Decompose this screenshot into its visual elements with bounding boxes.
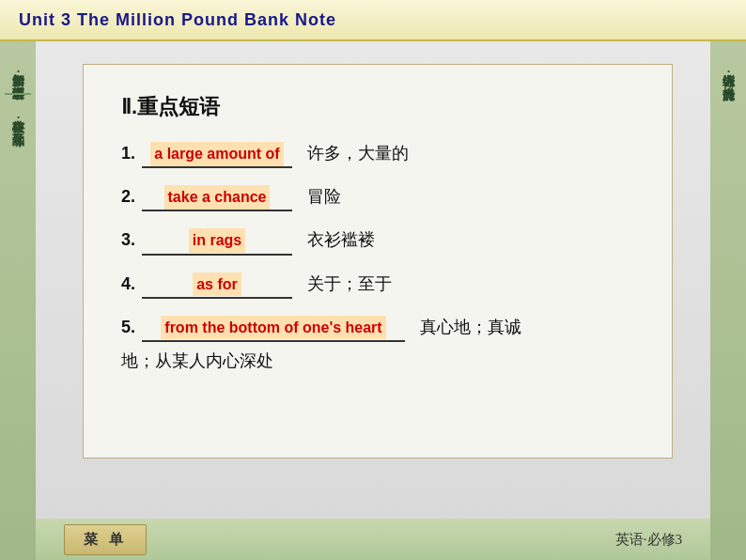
phrase-item-5: 5. from the bottom of one's heart 真心地；真诚	[121, 314, 634, 342]
phrase-meaning-3: 衣衫褴褛	[307, 226, 375, 254]
sidebar-item-self-study[interactable]: 自学新知·语篇理解	[6, 51, 30, 91]
phrase-blank-3: in rags	[142, 227, 292, 255]
phrase-number-4: 4.	[121, 271, 142, 298]
menu-button[interactable]: 菜 单	[64, 524, 147, 555]
phrase-item-3: 3. in rags 衣衫褴褛	[121, 226, 634, 255]
phrase-fill-5: from the bottom of one's heart	[161, 316, 385, 340]
phrase-blank-1: a large amount of	[142, 141, 292, 168]
bottom-bar: 菜 单 英语·必修3	[36, 519, 710, 560]
main-layout: 自学新知·语篇理解 核心突破·导练互动 Ⅱ.重点短语 1. a large am…	[0, 41, 746, 560]
title-bar: Unit 3 The Million Pound Bank Note	[0, 0, 746, 41]
section-title: Ⅱ.重点短语	[121, 93, 634, 121]
phrase-meaning-4: 关于；至于	[307, 271, 392, 298]
phrase-item-4: 4. as for 关于；至于	[121, 271, 634, 299]
phrase-item-2: 2. take a chance 冒险	[121, 183, 634, 211]
phrase-fill-4: as for	[193, 272, 241, 297]
phrase-fill-1: a large amount of	[150, 142, 283, 166]
page-title: Unit 3 The Million Pound Bank Note	[19, 10, 336, 30]
phrase-fill-3: in rags	[189, 228, 245, 253]
phrase-number-2: 2.	[121, 183, 142, 210]
phrase-blank-4: as for	[142, 272, 292, 299]
right-sidebar: 综合训练·能力提升	[710, 41, 746, 560]
phrase-meaning-5: 真心地；真诚	[420, 314, 521, 341]
content-area: Ⅱ.重点短语 1. a large amount of 许多，大量的 2. ta…	[36, 41, 710, 560]
sidebar-item-core-practice[interactable]: 核心突破·导练互动	[6, 97, 30, 137]
phrase-meaning-1: 许多，大量的	[307, 140, 409, 167]
sidebar-item-comprehensive[interactable]: 综合训练·能力提升	[716, 51, 740, 91]
content-box: Ⅱ.重点短语 1. a large amount of 许多，大量的 2. ta…	[83, 64, 673, 459]
phrase-meaning-2: 冒险	[307, 183, 341, 210]
phrase-number-5: 5.	[121, 314, 142, 341]
phrase-continuation-5: 地；从某人内心深处	[121, 350, 634, 372]
left-sidebar: 自学新知·语篇理解 核心突破·导练互动	[0, 41, 36, 560]
phrase-fill-2: take a chance	[164, 185, 271, 210]
bottom-right-text: 英语·必修3	[615, 531, 682, 549]
phrase-blank-2: take a chance	[142, 184, 292, 211]
phrase-number-3: 3.	[121, 226, 142, 254]
phrase-blank-5: from the bottom of one's heart	[142, 315, 405, 342]
sidebar-divider	[5, 93, 31, 95]
phrase-item-1: 1. a large amount of 许多，大量的	[121, 140, 634, 168]
phrase-number-1: 1.	[121, 140, 142, 167]
app-container: Unit 3 The Million Pound Bank Note 自学新知·…	[0, 0, 746, 560]
